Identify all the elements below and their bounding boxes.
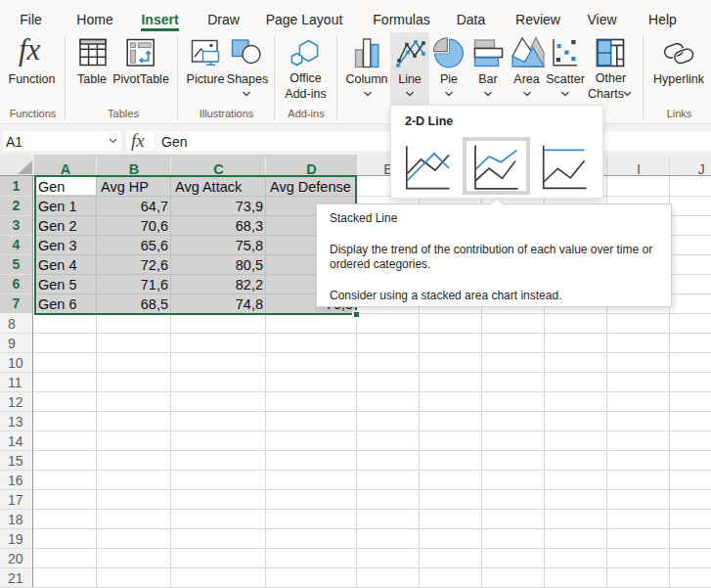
- svg-text:fx: fx: [19, 32, 41, 67]
